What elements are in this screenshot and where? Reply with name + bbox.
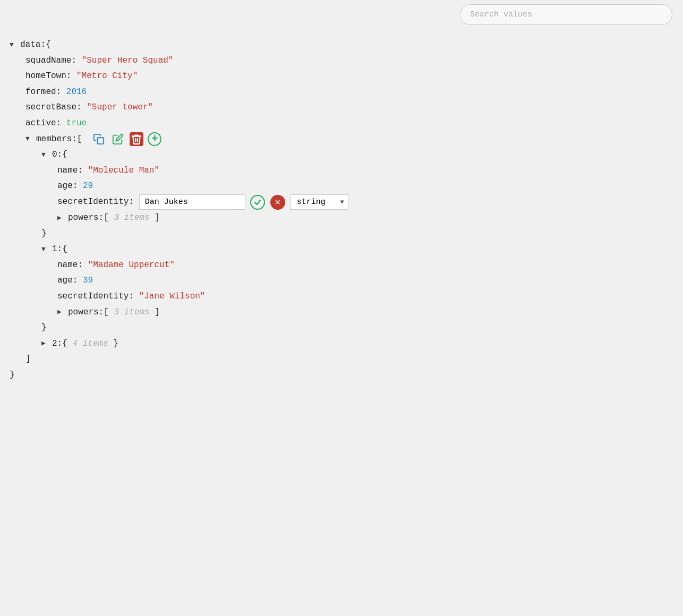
secret-identity1-val: "Jane Wilson"	[139, 289, 206, 305]
age1-val: 39	[83, 273, 93, 289]
powers0-count: 3 items	[109, 210, 155, 226]
secret-identity0-key: secretIdentity	[57, 194, 129, 210]
copy-button[interactable]	[91, 132, 106, 147]
powers1-row: ▶ powers :[ 3 items ]	[10, 305, 683, 321]
formed-val: 2016	[66, 84, 87, 100]
active-val: true	[66, 116, 87, 132]
item1-arrow[interactable]: ▼	[41, 243, 52, 256]
age0-row: age : 29	[10, 178, 683, 194]
powers1-arrow[interactable]: ▶	[57, 306, 68, 319]
main-container: ▼ data :{ squadName : "Super Hero Squad"…	[0, 0, 683, 616]
age0-key: age	[57, 178, 73, 194]
members-close-bracket: ]	[25, 352, 31, 367]
edit-row: ✕ string number boolean null object arra…	[139, 194, 348, 210]
name1-row: name : "Madame Uppercut"	[10, 258, 683, 273]
confirm-icon	[250, 195, 265, 210]
secret-identity1-row: secretIdentity : "Jane Wilson"	[10, 289, 683, 305]
active-row: active : true	[10, 116, 683, 132]
secret-identity0-row: secretIdentity : ✕	[10, 194, 683, 210]
root-row: ▼ data :{	[10, 37, 683, 53]
delete-button[interactable]	[130, 132, 143, 146]
search-input[interactable]	[460, 4, 672, 25]
edit-button[interactable]	[110, 132, 125, 147]
active-key: active	[25, 116, 56, 132]
item2-count: 4 items	[67, 336, 113, 352]
item2-row: ▶ 2 :{ 4 items }	[10, 336, 683, 352]
secret-base-row: secretBase : "Super tower"	[10, 100, 683, 116]
powers1-count: 3 items	[109, 305, 155, 321]
root-key: data	[20, 37, 40, 53]
type-select-wrapper: string number boolean null object array …	[290, 194, 348, 210]
secret-base-key: secretBase	[25, 100, 76, 116]
name0-key: name	[57, 163, 78, 179]
name0-row: name : "Molecule Man"	[10, 163, 683, 179]
cancel-icon: ✕	[270, 195, 285, 210]
squad-name-val: "Super Hero Squad"	[82, 53, 174, 69]
home-town-val: "Metro City"	[76, 69, 138, 84]
item0-close-row: }	[10, 226, 683, 242]
item1-key: 1	[52, 242, 57, 258]
root-close-row: }	[10, 367, 683, 383]
members-key: members	[36, 132, 72, 148]
item0-row: ▼ 0 :{	[10, 147, 683, 163]
age1-row: age : 39	[10, 273, 683, 289]
search-bar-wrapper	[460, 4, 672, 25]
powers0-key: powers	[68, 210, 99, 226]
root-close-brace: }	[10, 367, 15, 383]
home-town-key: homeTown	[25, 69, 66, 84]
formed-row: formed : 2016	[10, 84, 683, 100]
members-close-row: ]	[10, 352, 683, 367]
item1-close-row: }	[10, 320, 683, 336]
add-button[interactable]: +	[148, 132, 161, 146]
secret-identity1-key: secretIdentity	[57, 289, 129, 305]
age1-key: age	[57, 273, 73, 289]
confirm-button[interactable]	[250, 194, 266, 210]
cancel-button[interactable]: ✕	[270, 194, 286, 210]
squad-name-row: squadName : "Super Hero Squad"	[10, 53, 683, 69]
item2-key: 2	[52, 336, 57, 352]
svg-rect-0	[98, 138, 104, 144]
secret-base-val: "Super tower"	[87, 100, 153, 116]
secret-identity0-input[interactable]	[139, 194, 245, 210]
name1-key: name	[57, 258, 78, 273]
age0-val: 29	[83, 178, 93, 194]
powers1-key: powers	[68, 305, 99, 321]
formed-key: formed	[25, 84, 56, 100]
name1-val: "Madame Uppercut"	[88, 258, 175, 273]
powers0-row: ▶ powers :[ 3 items ]	[10, 210, 683, 226]
json-tree: ▼ data :{ squadName : "Super Hero Squad"…	[0, 5, 683, 383]
members-toolbar: +	[91, 132, 161, 147]
squad-name-key: squadName	[25, 53, 71, 69]
item1-close-brace: }	[41, 320, 47, 336]
item2-arrow[interactable]: ▶	[41, 337, 52, 350]
members-arrow[interactable]: ▼	[25, 133, 36, 146]
item0-arrow[interactable]: ▼	[41, 149, 52, 161]
root-open-brace: :{	[40, 37, 50, 53]
name0-val: "Molecule Man"	[88, 163, 159, 179]
root-arrow[interactable]: ▼	[10, 39, 20, 52]
item1-row: ▼ 1 :{	[10, 242, 683, 258]
members-row: ▼ members :[	[10, 132, 683, 148]
item0-close-brace: }	[41, 226, 47, 242]
home-town-row: homeTown : "Metro City"	[10, 69, 683, 84]
type-select[interactable]: string number boolean null object array	[290, 194, 348, 210]
powers0-arrow[interactable]: ▶	[57, 212, 68, 225]
item0-key: 0	[52, 147, 57, 163]
